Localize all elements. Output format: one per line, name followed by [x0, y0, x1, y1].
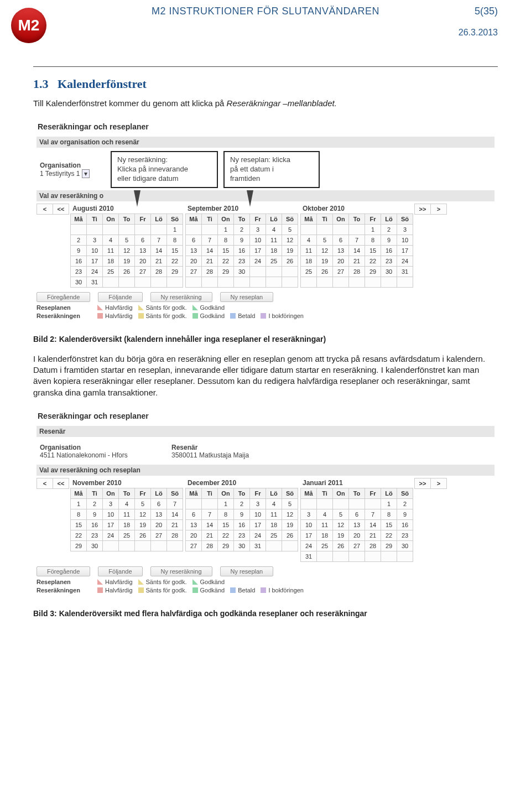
calendar-day[interactable]: 31 — [301, 551, 317, 561]
calendar-day[interactable]: 26 — [282, 256, 298, 266]
calendar-day[interactable] — [317, 224, 333, 235]
calendar-day[interactable] — [349, 498, 365, 509]
calendar-day[interactable]: 14 — [365, 519, 381, 530]
calendar-day[interactable]: 8 — [167, 235, 183, 245]
calendar-day[interactable]: 6 — [333, 235, 349, 245]
calendar-day[interactable]: 28 — [349, 266, 365, 277]
calendar-day[interactable]: 18 — [266, 519, 282, 530]
calendar-day[interactable] — [333, 277, 349, 287]
calendar-day[interactable] — [151, 277, 167, 287]
calendar-day[interactable]: 21 — [151, 256, 167, 266]
calendar-day[interactable]: 9 — [234, 509, 250, 519]
calendar-day[interactable]: 9 — [71, 245, 87, 256]
calendar-day[interactable]: 1 — [167, 224, 183, 235]
calendar-day[interactable]: 26 — [282, 530, 298, 540]
calendar-month[interactable]: MåTiOnToFrLöSö12345678910111213141516171… — [70, 488, 183, 551]
calendar-day[interactable]: 4 — [103, 235, 119, 245]
calendar-day[interactable]: 1 — [71, 498, 87, 509]
calendar-day[interactable]: 11 — [266, 235, 282, 245]
calendar-day[interactable]: 24 — [250, 530, 266, 540]
calendar-day[interactable]: 10 — [250, 509, 266, 519]
calendar-day[interactable]: 13 — [135, 245, 151, 256]
calendar-day[interactable]: 1 — [365, 224, 381, 235]
calendar-day[interactable]: 16 — [381, 245, 397, 256]
calendar-day[interactable]: 18 — [301, 256, 317, 266]
calendar-month[interactable]: MåTiOnToFrLöSö12345678910111213141516171… — [185, 214, 298, 288]
calendar-day[interactable]: 30 — [381, 266, 397, 277]
cal-nav-next[interactable]: >> — [415, 204, 431, 214]
calendar-day[interactable]: 28 — [167, 530, 183, 540]
calendar-day[interactable]: 2 — [87, 498, 103, 509]
calendar-day[interactable]: 27 — [186, 540, 202, 551]
calendar-day[interactable]: 1 — [381, 498, 397, 509]
calendar-day[interactable] — [381, 551, 397, 561]
calendar-day[interactable]: 10 — [103, 509, 119, 519]
calendar-day[interactable]: 26 — [333, 540, 349, 551]
calendar-day[interactable] — [135, 277, 151, 287]
calendar-day[interactable]: 31 — [87, 277, 103, 287]
calendar-month[interactable]: MåTiOnToFrLöSö12345678910111213141516171… — [300, 214, 413, 288]
calendar-day[interactable]: 14 — [151, 245, 167, 256]
calendar-month[interactable]: MåTiOnToFrLöSö12345678910111213141516171… — [300, 488, 413, 562]
calendar-day[interactable]: 18 — [266, 245, 282, 256]
calendar-day[interactable]: 4 — [301, 235, 317, 245]
calendar-day[interactable]: 30 — [234, 266, 250, 277]
calendar-day[interactable] — [282, 277, 298, 287]
calendar-day[interactable]: 25 — [119, 530, 135, 540]
btn-next[interactable]: Följande — [98, 566, 142, 576]
calendar-day[interactable] — [234, 277, 250, 287]
calendar-day[interactable]: 8 — [71, 509, 87, 519]
calendar-day[interactable]: 17 — [250, 245, 266, 256]
calendar-day[interactable] — [333, 224, 349, 235]
calendar-day[interactable]: 12 — [135, 509, 151, 519]
calendar-day[interactable] — [167, 277, 183, 287]
calendar-day[interactable]: 16 — [87, 519, 103, 530]
calendar-day[interactable]: 7 — [167, 498, 183, 509]
calendar-day[interactable] — [87, 224, 103, 235]
calendar-day[interactable]: 11 — [317, 519, 333, 530]
calendar-day[interactable]: 27 — [349, 540, 365, 551]
calendar-day[interactable] — [186, 277, 202, 287]
calendar-day[interactable] — [317, 498, 333, 509]
calendar-day[interactable] — [119, 540, 135, 551]
calendar-day[interactable]: 25 — [266, 530, 282, 540]
calendar-day[interactable]: 25 — [266, 256, 282, 266]
calendar-day[interactable]: 28 — [202, 540, 218, 551]
calendar-day[interactable]: 2 — [234, 498, 250, 509]
calendar-day[interactable]: 22 — [218, 256, 234, 266]
calendar-day[interactable]: 28 — [151, 266, 167, 277]
calendar-day[interactable]: 15 — [381, 519, 397, 530]
btn-new-plan[interactable]: Ny reseplan — [220, 292, 274, 302]
calendar-day[interactable] — [397, 277, 413, 287]
calendar-day[interactable]: 27 — [135, 266, 151, 277]
calendar-day[interactable]: 21 — [202, 530, 218, 540]
cal-nav-last[interactable]: > — [431, 204, 447, 214]
calendar-day[interactable] — [103, 224, 119, 235]
calendar-day[interactable] — [71, 224, 87, 235]
calendar-day[interactable]: 11 — [103, 245, 119, 256]
calendar-day[interactable]: 29 — [71, 540, 87, 551]
calendar-day[interactable]: 30 — [234, 540, 250, 551]
calendar-day[interactable] — [266, 540, 282, 551]
calendar-day[interactable]: 5 — [282, 224, 298, 235]
calendar-day[interactable]: 25 — [301, 266, 317, 277]
calendar-day[interactable]: 9 — [397, 509, 413, 519]
calendar-day[interactable]: 29 — [381, 540, 397, 551]
calendar-day[interactable]: 11 — [266, 509, 282, 519]
calendar-day[interactable]: 22 — [365, 256, 381, 266]
calendar-day[interactable] — [365, 551, 381, 561]
calendar-day[interactable] — [301, 224, 317, 235]
calendar-day[interactable]: 12 — [282, 235, 298, 245]
calendar-day[interactable] — [349, 224, 365, 235]
calendar-day[interactable]: 6 — [349, 509, 365, 519]
calendar-day[interactable]: 7 — [202, 235, 218, 245]
calendar-day[interactable] — [151, 224, 167, 235]
calendar-day[interactable]: 2 — [381, 224, 397, 235]
calendar-day[interactable] — [202, 498, 218, 509]
calendar-day[interactable]: 22 — [71, 530, 87, 540]
calendar-day[interactable]: 17 — [87, 256, 103, 266]
calendar-day[interactable]: 24 — [250, 256, 266, 266]
calendar-day[interactable]: 10 — [301, 519, 317, 530]
calendar-day[interactable]: 13 — [186, 245, 202, 256]
calendar-day[interactable]: 19 — [119, 256, 135, 266]
